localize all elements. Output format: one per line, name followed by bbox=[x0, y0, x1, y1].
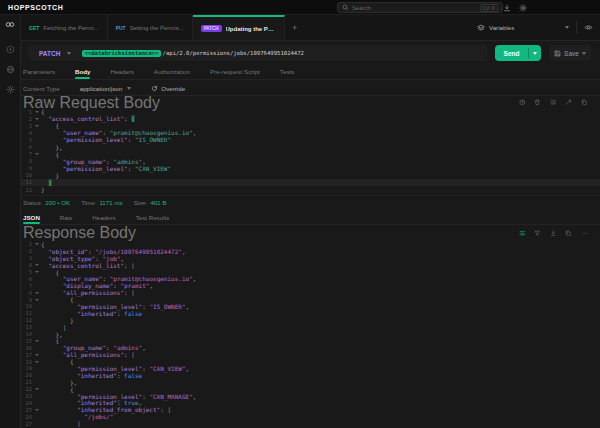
wrap-lines-icon[interactable] bbox=[550, 99, 557, 106]
settings-gear-icon[interactable] bbox=[519, 4, 527, 12]
method-selector[interactable]: PATCH bbox=[28, 50, 82, 57]
fold-toggle-icon[interactable] bbox=[32, 118, 41, 120]
content-type-label: Content Type bbox=[23, 85, 60, 92]
fold-toggle-icon[interactable] bbox=[32, 153, 41, 155]
download-icon[interactable] bbox=[503, 4, 511, 12]
fold-toggle-icon[interactable] bbox=[32, 354, 41, 356]
save-button[interactable]: Save bbox=[549, 45, 591, 61]
code-text: "group_name": "admins", bbox=[41, 158, 146, 165]
search-input[interactable] bbox=[352, 5, 477, 11]
environment-selector[interactable]: Variables bbox=[477, 24, 569, 32]
fold-toggle-icon[interactable] bbox=[32, 271, 41, 273]
request-tab[interactable]: PATCHUpdating the Per... bbox=[193, 15, 285, 40]
save-label: Save bbox=[564, 50, 579, 57]
response-tab-headers[interactable]: Headers bbox=[82, 210, 125, 224]
line-number: 6 bbox=[21, 144, 32, 150]
fold-toggle-icon[interactable] bbox=[32, 409, 41, 411]
code-line[interactable]: 10 } bbox=[21, 172, 600, 179]
line-number: 7 bbox=[21, 151, 32, 157]
code-text: { bbox=[41, 108, 45, 115]
primary-sidebar bbox=[0, 15, 21, 428]
line-number: 12 bbox=[21, 187, 32, 193]
code-text: "permission_level": "IS_OWNER" bbox=[41, 136, 171, 143]
line-number: 18 bbox=[21, 359, 32, 365]
code-line[interactable]: 2 "access_control_list": [ bbox=[21, 115, 600, 122]
code-line[interactable]: 4 "user_name": "pramit@chaosgenius.io", bbox=[21, 129, 600, 136]
response-tab-raw[interactable]: Raw bbox=[50, 210, 82, 224]
code-line: 24 "inherited": true, bbox=[21, 399, 600, 406]
eye-icon[interactable] bbox=[584, 23, 593, 32]
content-type-selector[interactable]: application/json bbox=[80, 85, 132, 92]
fold-toggle-icon[interactable] bbox=[32, 292, 41, 294]
line-number: 7 bbox=[21, 283, 32, 289]
send-button[interactable]: Send bbox=[495, 45, 541, 61]
environment-area: Variables bbox=[477, 15, 600, 40]
globe-icon[interactable] bbox=[6, 65, 15, 74]
tab-list: GETFetching the Permi...PUTSetting the P… bbox=[21, 15, 285, 40]
line-number: 6 bbox=[21, 276, 32, 282]
code-line[interactable]: 6 }, bbox=[21, 143, 600, 150]
code-line: 13 ] bbox=[21, 324, 600, 331]
more-icon[interactable] bbox=[581, 230, 588, 237]
tab-parameters[interactable]: Parameters bbox=[21, 64, 65, 79]
fold-toggle-icon[interactable] bbox=[32, 299, 41, 301]
response-status-row: Status: 200 • OK Time: 1171 ms Size: 401… bbox=[21, 195, 600, 209]
graphql-icon[interactable] bbox=[6, 45, 15, 54]
line-number: 26 bbox=[21, 414, 32, 420]
code-text: ] bbox=[41, 420, 81, 427]
code-line[interactable]: 8 "group_name": "admins", bbox=[21, 158, 600, 165]
help-icon[interactable] bbox=[519, 99, 526, 106]
request-body-editor[interactable]: 1{2 "access_control_list": [3 {4 "user_n… bbox=[21, 108, 600, 194]
fold-toggle-icon[interactable] bbox=[32, 111, 41, 113]
gear-icon[interactable] bbox=[6, 85, 15, 94]
time-value: 1171 ms bbox=[99, 199, 122, 206]
code-line[interactable]: 9 "permission_level": "CAN_VIEW" bbox=[21, 165, 600, 172]
response-tab-test-results[interactable]: Test Results bbox=[126, 210, 180, 224]
download-icon[interactable] bbox=[550, 230, 557, 237]
code-line[interactable]: 11 ] bbox=[21, 179, 600, 186]
wand-icon[interactable] bbox=[565, 99, 572, 106]
request-tab[interactable]: GETFetching the Permi... bbox=[21, 15, 108, 40]
copy-icon[interactable] bbox=[581, 99, 588, 106]
code-line: 4 "access_control_list": [ bbox=[21, 262, 600, 269]
code-line[interactable]: 3 { bbox=[21, 122, 600, 129]
copy-icon[interactable] bbox=[565, 230, 572, 237]
fold-toggle-icon[interactable] bbox=[32, 125, 41, 127]
tab-tests[interactable]: Tests bbox=[270, 64, 304, 79]
code-line: 27 ] bbox=[21, 420, 600, 427]
tab-authorization[interactable]: Authorization bbox=[144, 64, 200, 79]
code-line: 7 "display_name": "pramit", bbox=[21, 282, 600, 289]
chevron-down-icon bbox=[127, 87, 131, 90]
line-number: 27 bbox=[21, 421, 32, 427]
response-body-viewer[interactable]: 1{2 "object_id": "/jobs/1097649951024472… bbox=[21, 241, 600, 428]
code-line[interactable]: 7 { bbox=[21, 151, 600, 158]
request-tab[interactable]: PUTSetting the Permis... bbox=[108, 15, 193, 40]
tab-body[interactable]: Body bbox=[65, 64, 100, 79]
code-line[interactable]: 12} bbox=[21, 186, 600, 193]
new-tab-button[interactable]: + bbox=[285, 15, 305, 40]
fold-toggle-icon[interactable] bbox=[32, 361, 41, 363]
code-line: 10 "permission_level": "IS_OWNER", bbox=[21, 303, 600, 310]
line-number: 4 bbox=[21, 262, 32, 268]
fold-toggle-icon[interactable] bbox=[32, 388, 41, 390]
link-icon[interactable] bbox=[5, 20, 15, 29]
search-box[interactable]: Ctrl K bbox=[337, 2, 503, 13]
wrap-lines-icon[interactable] bbox=[519, 230, 526, 237]
fold-toggle-icon[interactable] bbox=[32, 264, 41, 266]
status-value: 200 • OK bbox=[45, 199, 70, 206]
code-line[interactable]: 1{ bbox=[21, 108, 600, 115]
tab-pre-request-script[interactable]: Pre-request Script bbox=[200, 64, 270, 79]
code-text: } bbox=[41, 172, 59, 179]
tab-headers[interactable]: Headers bbox=[100, 64, 143, 79]
fold-toggle-icon[interactable] bbox=[32, 243, 41, 245]
response-tabs: JSONRawHeadersTest Results bbox=[21, 210, 600, 225]
response-tab-json[interactable]: JSON bbox=[21, 210, 50, 224]
url-input[interactable]: <<databricksinstance>> /api/2.0/permissi… bbox=[82, 50, 304, 57]
override-button[interactable]: Override bbox=[151, 85, 185, 92]
filter-icon[interactable] bbox=[534, 230, 541, 237]
divider bbox=[576, 21, 577, 34]
code-line[interactable]: 5 "permission_level": "IS_OWNER" bbox=[21, 136, 600, 143]
topbar-actions bbox=[503, 0, 527, 15]
trash-icon[interactable] bbox=[534, 99, 541, 106]
fold-toggle-icon[interactable] bbox=[32, 340, 41, 342]
